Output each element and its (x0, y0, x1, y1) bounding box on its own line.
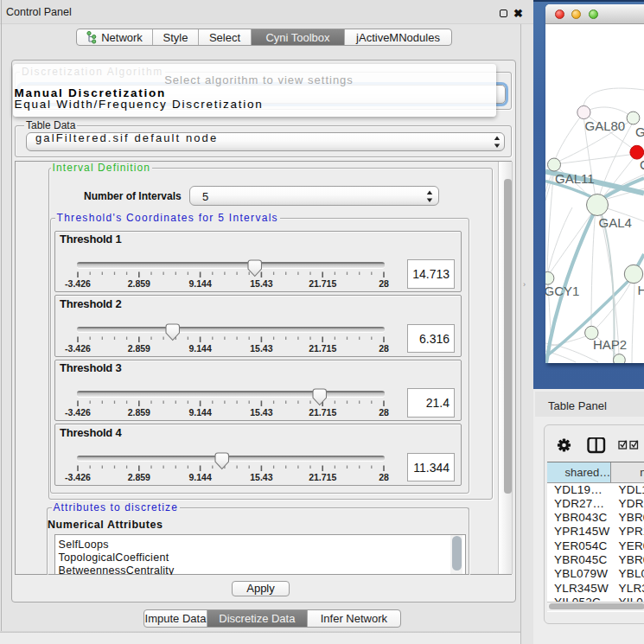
svg-text:HAP2: HAP2 (593, 337, 627, 352)
svg-text:GAL80: GAL80 (585, 118, 626, 133)
svg-text:H: H (638, 283, 644, 297)
svg-text:C: C (640, 157, 644, 172)
svg-text:GA: GA (635, 124, 644, 139)
svg-text:GAL4: GAL4 (599, 215, 632, 230)
svg-text:GAL11: GAL11 (555, 171, 595, 186)
svg-text:GCY1: GCY1 (545, 284, 579, 298)
